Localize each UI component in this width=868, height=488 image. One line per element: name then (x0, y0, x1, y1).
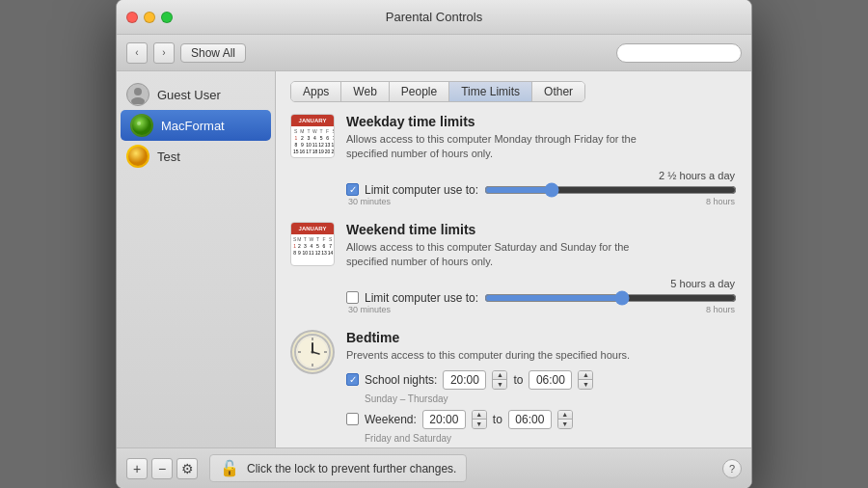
weekend-ticks: 30 minutes 8 hours (346, 305, 737, 314)
weekend-to-down[interactable]: ▼ (558, 420, 572, 428)
weekend-calendar-icon: JANUARY SMTWTFS 1234567 891011121314 (290, 222, 335, 266)
toolbar: ‹ › Show All (117, 35, 751, 71)
sidebar: Guest User MacFormat Test (117, 71, 276, 447)
show-all-button[interactable]: Show All (180, 43, 246, 63)
parental-controls-window: Parental Controls ‹ › Show All Guest Use… (116, 0, 752, 488)
sidebar-item-macformat[interactable]: MacFormat (121, 110, 271, 141)
weekend-check-label: Limit computer use to: (365, 291, 478, 305)
weekend-content: Weekend time limits Allows access to thi… (346, 222, 737, 314)
weekend-check-row: Limit computer use to: (346, 291, 737, 305)
weekday-content: Weekday time limits Allows access to thi… (346, 114, 737, 206)
back-button[interactable]: ‹ (126, 42, 148, 64)
bedtime-desc: Prevents access to this computer during … (346, 348, 737, 363)
help-button[interactable]: ? (722, 459, 742, 478)
close-button[interactable] (126, 12, 138, 23)
svg-point-13 (312, 350, 314, 353)
weekday-section: JANUARY SMTWTFS 1234567 891011121314 151… (290, 114, 737, 206)
weekend-title: Weekend time limits (346, 222, 737, 237)
tab-time-limits[interactable]: Time Limits (449, 82, 532, 101)
add-user-button[interactable]: + (126, 458, 148, 479)
weekend-from-up[interactable]: ▲ (473, 411, 486, 420)
weekend-from-time[interactable] (422, 410, 466, 429)
search-input[interactable] (616, 43, 742, 63)
bedtime-title: Bedtime (346, 330, 737, 345)
tab-apps[interactable]: Apps (291, 82, 341, 101)
bedtime-content: Bedtime Prevents access to this computer… (346, 330, 737, 444)
maximize-button[interactable] (161, 12, 173, 23)
weekday-check-label: Limit computer use to: (365, 183, 478, 197)
bedtime-section: Bedtime Prevents access to this computer… (290, 330, 737, 444)
lock-text: Click the lock to prevent further change… (247, 462, 456, 475)
sidebar-item-guest[interactable]: Guest User (117, 79, 275, 110)
school-nights-checkbox[interactable]: ✓ (346, 373, 359, 386)
weekend-to-time[interactable] (508, 410, 552, 429)
weekend-slider[interactable] (484, 291, 737, 305)
svg-point-1 (131, 97, 145, 104)
traffic-lights (126, 12, 173, 23)
weekend-bedtime-label: Weekend: (365, 413, 417, 426)
school-nights-to-down[interactable]: ▼ (579, 380, 592, 389)
school-nights-label: School nights: (365, 373, 437, 387)
tab-other[interactable]: Other (532, 82, 584, 101)
school-nights-from-up[interactable]: ▲ (493, 371, 506, 380)
weekend-bedtime-sublabel: Friday and Saturday (365, 433, 737, 444)
weekend-to-stepper[interactable]: ▲ ▼ (557, 410, 573, 429)
school-nights-from-down[interactable]: ▼ (493, 380, 506, 389)
school-nights-row: ✓ School nights: ▲ ▼ to ▲ ▼ (346, 370, 737, 390)
weekend-from-down[interactable]: ▼ (473, 420, 486, 428)
main-content: Apps Web People Time Limits Other JANUAR… (276, 71, 751, 447)
sidebar-label-guest: Guest User (157, 88, 221, 102)
weekday-title: Weekday time limits (346, 114, 737, 129)
settings-button[interactable]: ⚙ (176, 458, 198, 479)
avatar-test (126, 145, 149, 168)
sidebar-item-test[interactable]: Test (117, 141, 275, 172)
weekend-bedtime-checkbox[interactable] (346, 413, 359, 425)
bottom-bar: + − ⚙ 🔓 Click the lock to prevent furthe… (117, 447, 751, 488)
to-label-2: to (493, 413, 502, 426)
sidebar-label-macformat: MacFormat (161, 119, 225, 133)
sidebar-label-test: Test (157, 149, 180, 164)
weekday-ticks: 30 minutes 8 hours (346, 197, 737, 206)
school-nights-to-stepper[interactable]: ▲ ▼ (578, 370, 593, 390)
clock-icon (290, 330, 335, 374)
school-nights-from-time[interactable] (443, 370, 486, 390)
svg-point-4 (128, 147, 148, 166)
weekend-slider-value: 5 hours a day (346, 278, 737, 289)
weekend-to-up[interactable]: ▲ (558, 411, 572, 420)
weekend-desc: Allows access to this computer Saturday … (346, 240, 737, 270)
lock-area[interactable]: 🔓 Click the lock to prevent further chan… (209, 454, 467, 482)
titlebar: Parental Controls (117, 0, 751, 35)
weekday-slider-value: 2 ½ hours a day (346, 170, 737, 181)
tabs: Apps Web People Time Limits Other (290, 81, 585, 102)
tab-people[interactable]: People (390, 82, 449, 101)
avatar-guest (126, 83, 149, 106)
school-nights-sublabel: Sunday – Thursday (365, 393, 737, 404)
svg-point-2 (132, 116, 151, 135)
minimize-button[interactable] (144, 12, 155, 23)
school-nights-to-up[interactable]: ▲ (579, 371, 592, 380)
content-area: Guest User MacFormat Test Apps Web Pe (117, 71, 751, 447)
weekday-checkbox[interactable]: ✓ (346, 183, 359, 196)
weekend-from-stepper[interactable]: ▲ ▼ (472, 410, 487, 429)
svg-point-3 (137, 122, 141, 125)
weekend-bedtime-row: Weekend: ▲ ▼ to ▲ ▼ (346, 410, 737, 429)
weekday-check-row: ✓ Limit computer use to: (346, 183, 737, 197)
remove-user-button[interactable]: − (151, 458, 173, 479)
forward-button[interactable]: › (153, 42, 175, 64)
weekday-desc: Allows access to this computer Monday th… (346, 132, 737, 162)
lock-icon: 🔓 (220, 459, 239, 477)
weekend-checkbox[interactable] (346, 291, 359, 304)
window-title: Parental Controls (386, 10, 482, 24)
weekend-section: JANUARY SMTWTFS 1234567 891011121314 Wee… (290, 222, 737, 314)
tab-web[interactable]: Web (341, 82, 389, 101)
to-label-1: to (513, 373, 523, 387)
school-nights-to-time[interactable] (529, 370, 572, 390)
gear-icon: ⚙ (181, 461, 194, 476)
avatar-macformat (130, 114, 153, 137)
weekday-calendar-icon: JANUARY SMTWTFS 1234567 891011121314 151… (290, 114, 335, 158)
svg-point-0 (134, 88, 142, 95)
school-nights-from-stepper[interactable]: ▲ ▼ (492, 370, 507, 390)
weekday-slider[interactable] (484, 183, 737, 197)
